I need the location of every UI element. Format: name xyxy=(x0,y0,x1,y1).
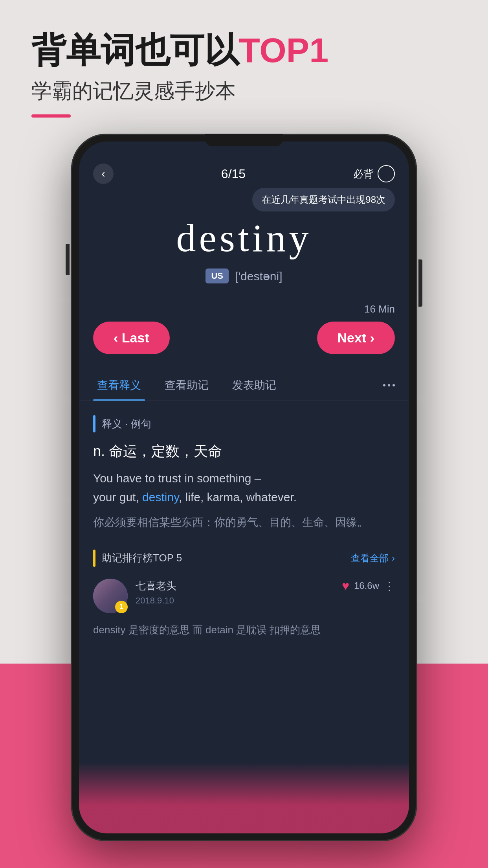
tooltip: 在近几年真题考试中出现98次 xyxy=(252,188,395,211)
mnemonic-label-row: 助记排行榜TOP 5 xyxy=(93,550,182,567)
timer-text: 16 Min xyxy=(364,303,395,315)
timer-row: 16 Min xyxy=(79,295,409,315)
tab-mnemonic-label: 查看助记 xyxy=(165,379,209,391)
mnemonic-section: 助记排行榜TOP 5 查看全部 › 1 xyxy=(79,540,409,648)
next-button[interactable]: Next › xyxy=(317,322,395,354)
word-highlight: destiny xyxy=(142,491,179,504)
user-info: 七喜老头 ♥ 16.6w ⋮ 2018.9.10 xyxy=(136,579,395,606)
section-label: 释义 · 例句 xyxy=(93,415,395,432)
phonetic: ['destəni] xyxy=(235,269,282,283)
top-bar: ‹ 6/15 必背 xyxy=(79,142,409,192)
must-memorize[interactable]: 必背 xyxy=(353,165,395,182)
phone-screen: ‹ 6/15 必背 在近几年真题考试中出现98次 destiny xyxy=(79,142,409,833)
user-name: 七喜老头 xyxy=(136,579,176,593)
dot3 xyxy=(393,384,395,386)
progress-text: 6/15 xyxy=(221,167,246,181)
nav-buttons: ‹ Last Next › xyxy=(79,315,409,370)
tab-more-button[interactable] xyxy=(383,384,395,386)
tooltip-text: 在近几年真题考试中出现98次 xyxy=(262,194,385,205)
back-button[interactable]: ‹ xyxy=(93,164,114,184)
dot2 xyxy=(388,384,390,386)
phone-notch xyxy=(205,134,283,146)
user-card: 1 七喜老头 ♥ 16.6w ⋮ 2018.9.10 xyxy=(93,575,395,617)
tab-definition[interactable]: 查看释义 xyxy=(93,370,145,401)
tab-post-label: 发表助记 xyxy=(232,379,276,391)
phone-mockup: ‹ 6/15 必背 在近几年真题考试中出现98次 destiny xyxy=(71,134,417,841)
user-name-row: 七喜老头 ♥ 16.6w ⋮ xyxy=(136,579,395,593)
must-memorize-label: 必背 xyxy=(353,167,374,181)
dot1 xyxy=(383,384,385,386)
title-prefix: 背单词也可以 xyxy=(31,31,239,70)
pronunciation-row: US ['destəni] xyxy=(95,268,393,283)
header-area: 背单词也可以TOP1 学霸的记忆灵感手抄本 xyxy=(31,31,328,118)
mnemonic-text: density 是密度的意思 而 detain 是耽误 扣押的意思 xyxy=(93,622,395,638)
avatar-wrapper: 1 xyxy=(93,579,128,613)
memorize-toggle[interactable] xyxy=(378,165,395,182)
mnemonic-header: 助记排行榜TOP 5 查看全部 › xyxy=(93,550,395,567)
section-title: 释义 · 例句 xyxy=(102,417,151,431)
mnemonic-title: 助记排行榜TOP 5 xyxy=(102,551,182,565)
definition-pos: n. 命运，定数，天命 xyxy=(93,442,395,461)
view-all-button[interactable]: 查看全部 › xyxy=(351,552,395,565)
header-line xyxy=(31,114,71,118)
like-row: ♥ 16.6w ⋮ xyxy=(342,579,395,593)
screen-content: ‹ 6/15 必背 在近几年真题考试中出现98次 destiny xyxy=(79,142,409,833)
view-all-chevron: › xyxy=(392,553,395,564)
bottom-overlay xyxy=(79,763,409,833)
header-title: 背单词也可以TOP1 xyxy=(31,31,328,70)
section-bar xyxy=(93,415,95,432)
phone-outer: ‹ 6/15 必背 在近几年真题考试中出现98次 destiny xyxy=(71,134,417,841)
title-highlight: TOP1 xyxy=(239,31,328,70)
definition-area: 释义 · 例句 n. 命运，定数，天命 You have to trust in… xyxy=(79,401,409,540)
tabs-row: 查看释义 查看助记 发表助记 xyxy=(79,370,409,401)
view-all-label: 查看全部 xyxy=(351,552,389,565)
example-en: You have to trust in something –your gut… xyxy=(93,469,395,507)
tab-post-mnemonic[interactable]: 发表助记 xyxy=(228,370,280,401)
user-date: 2018.9.10 xyxy=(136,596,395,606)
heart-icon[interactable]: ♥ xyxy=(342,579,349,593)
like-count: 16.6w xyxy=(354,580,379,591)
tab-definition-label: 查看释义 xyxy=(97,379,141,391)
section-bar-yellow xyxy=(93,550,95,567)
main-word: destiny xyxy=(95,215,393,261)
avatar-badge: 1 xyxy=(115,601,128,613)
lang-badge[interactable]: US xyxy=(205,268,229,283)
example-cn: 你必须要相信某些东西：你的勇气、目的、生命、因缘。 xyxy=(93,513,395,532)
header-subtitle: 学霸的记忆灵感手抄本 xyxy=(31,77,328,105)
last-button[interactable]: ‹ Last xyxy=(93,322,170,354)
back-icon: ‹ xyxy=(101,167,105,180)
tab-mnemonic[interactable]: 查看助记 xyxy=(161,370,213,401)
more-dots-button[interactable]: ⋮ xyxy=(384,579,395,592)
